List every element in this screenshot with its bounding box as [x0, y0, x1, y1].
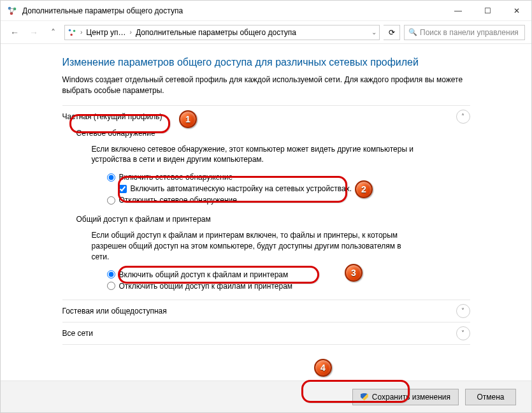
- save-button-label: Сохранить изменения: [372, 393, 450, 402]
- section-all-networks: Все сети ˅: [62, 322, 470, 345]
- window-frame: Дополнительные параметры общего доступа …: [0, 0, 532, 413]
- maximize-button[interactable]: ☐: [473, 1, 502, 21]
- file-sharing-heading: Общий доступ к файлам и принтерам: [62, 210, 470, 226]
- network-discovery-heading: Сетевое обнаружение: [62, 124, 470, 140]
- radio-sharing-on-label: Включить общий доступ к файлам и принтер…: [119, 270, 289, 279]
- refresh-button[interactable]: ⟳: [384, 25, 400, 40]
- breadcrumb-level1[interactable]: Центр уп…: [86, 28, 126, 37]
- file-sharing-desc: Если общий доступ к файлам и принтерам в…: [62, 226, 419, 267]
- back-button[interactable]: ←: [7, 25, 22, 40]
- radio-discovery-off-label: Отключить сетевое обнаружение: [119, 196, 237, 205]
- section-private: Частная (текущий профиль) ˄ Сетевое обна…: [62, 105, 470, 300]
- page-title: Изменение параметров общего доступа для …: [62, 57, 470, 68]
- close-button[interactable]: ✕: [502, 1, 531, 21]
- forward-button[interactable]: →: [26, 25, 41, 40]
- radio-sharing-off-input[interactable]: [107, 282, 115, 290]
- chevron-up-icon: ˄: [456, 110, 470, 124]
- address-icon: [68, 28, 76, 37]
- radio-discovery-on[interactable]: Включить сетевое обнаружение: [107, 171, 470, 183]
- search-icon: 🔍: [408, 28, 417, 36]
- section-guest: Гостевая или общедоступная ˅: [62, 300, 470, 322]
- titlebar: Дополнительные параметры общего доступа …: [1, 1, 531, 21]
- chevron-down-icon: ˅: [456, 304, 470, 318]
- section-private-header[interactable]: Частная (текущий профиль) ˄: [62, 110, 470, 124]
- cancel-button-label: Отмена: [477, 393, 504, 402]
- svg-point-5: [70, 33, 73, 36]
- breadcrumb-dropdown-icon[interactable]: ⌄: [371, 29, 377, 36]
- radio-sharing-on-input[interactable]: [107, 270, 115, 279]
- window-title: Дополнительные параметры общего доступа: [22, 6, 183, 15]
- search-input[interactable]: 🔍 Поиск в панели управления: [404, 25, 525, 40]
- shield-icon: [361, 393, 368, 401]
- radio-discovery-on-label: Включить сетевое обнаружение: [119, 173, 233, 182]
- navigation-bar: ← → ˄ › Центр уп… › Дополнительные парам…: [1, 21, 531, 44]
- svg-point-4: [73, 29, 76, 32]
- content-area: Изменение параметров общего доступа для …: [1, 44, 531, 380]
- save-button[interactable]: Сохранить изменения: [352, 389, 459, 405]
- checkbox-auto-setup[interactable]: Включить автоматическую настройку на сет…: [107, 183, 470, 194]
- up-button[interactable]: ˄: [45, 25, 61, 40]
- radio-sharing-off[interactable]: Отключить общий доступ к файлам и принте…: [107, 280, 470, 292]
- chevron-right-icon: ›: [129, 29, 133, 36]
- checkbox-auto-setup-input[interactable]: [119, 185, 127, 193]
- address-bar[interactable]: › Центр уп… › Дополнительные параметры о…: [64, 25, 380, 40]
- window-controls: ― ☐ ✕: [443, 1, 531, 21]
- network-discovery-options: Включить сетевое обнаружение Включить ав…: [62, 170, 470, 210]
- section-guest-header[interactable]: Гостевая или общедоступная ˅: [62, 304, 470, 318]
- chevron-down-icon: ˅: [456, 326, 470, 340]
- radio-sharing-on[interactable]: Включить общий доступ к файлам и принтер…: [107, 269, 470, 280]
- network-discovery-desc: Если включено сетевое обнаружение, этот …: [62, 140, 419, 171]
- radio-discovery-on-input[interactable]: [107, 173, 115, 182]
- radio-discovery-off-input[interactable]: [107, 196, 115, 205]
- file-sharing-options: Включить общий доступ к файлам и принтер…: [62, 268, 470, 296]
- minimize-button[interactable]: ―: [443, 1, 473, 21]
- page-description: Windows создает отдельный сетевой профил…: [62, 75, 470, 96]
- radio-sharing-off-label: Отключить общий доступ к файлам и принте…: [119, 282, 293, 291]
- section-private-label: Частная (текущий профиль): [62, 110, 162, 124]
- app-icon: [7, 6, 17, 16]
- breadcrumb-level2[interactable]: Дополнительные параметры общего доступа: [136, 28, 296, 37]
- svg-point-3: [69, 29, 71, 31]
- search-placeholder: Поиск в панели управления: [420, 28, 519, 37]
- checkbox-auto-setup-label: Включить автоматическую настройку на сет…: [131, 184, 352, 193]
- chevron-right-icon: ›: [79, 29, 83, 36]
- footer: Сохранить изменения Отмена: [1, 380, 531, 412]
- section-guest-label: Гостевая или общедоступная: [62, 304, 167, 318]
- section-all-networks-label: Все сети: [62, 326, 94, 340]
- section-all-networks-header[interactable]: Все сети ˅: [62, 326, 470, 340]
- radio-discovery-off[interactable]: Отключить сетевое обнаружение: [107, 194, 470, 206]
- cancel-button[interactable]: Отмена: [465, 389, 516, 405]
